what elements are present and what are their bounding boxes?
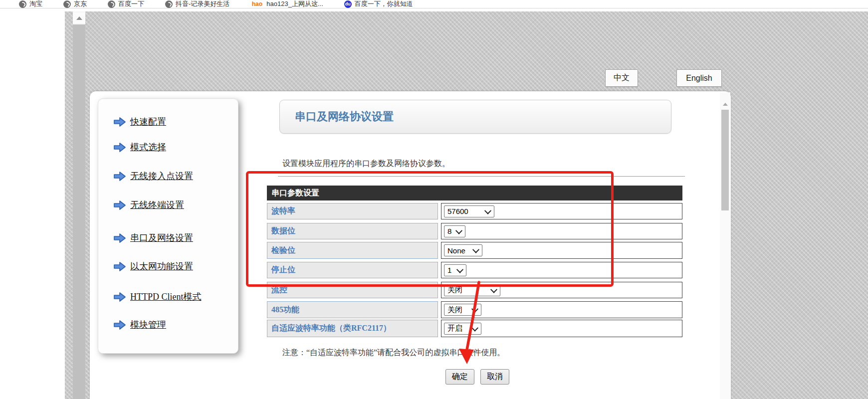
sidebar-item-wireless-sta[interactable]: 无线终端设置 <box>113 199 184 211</box>
panel-scrollbar[interactable] <box>720 92 730 399</box>
table-row-485: 485功能 关闭 <box>267 301 682 318</box>
select-value: 57600 <box>447 207 468 215</box>
chevron-down-icon <box>471 306 478 313</box>
table-row-adaptive-baud: 自适应波特率功能（类RFC2117） 开启 <box>267 320 682 337</box>
table-row-stopbits: 停止位 1 <box>267 262 682 278</box>
divider <box>278 176 685 177</box>
blue-arrow-icon <box>113 292 126 302</box>
row-label: 自适应波特率功能（类RFC2117） <box>267 320 438 337</box>
sidebar-item-httpd-client[interactable]: HTTPD Client模式 <box>113 290 202 303</box>
cancel-button[interactable]: 取消 <box>480 369 509 385</box>
baudrate-select[interactable]: 57600 <box>444 205 494 217</box>
sidebar-item-label: 无线接入点设置 <box>130 170 193 182</box>
bookmark-item[interactable]: 抖音-记录美好生活 <box>165 0 229 8</box>
sidebar-item-label: 模式选择 <box>130 141 166 153</box>
bookmark-label: hao123_上网从这... <box>266 0 323 8</box>
sidebar-item-label: 串口及网络设置 <box>130 232 193 244</box>
row-value-cell: 关闭 <box>441 282 682 298</box>
chevron-down-icon <box>472 246 479 253</box>
page-description: 设置模块应用程序的串口参数及网络协议参数。 <box>282 159 450 169</box>
bookmark-favicon <box>165 0 173 8</box>
sidebar-item-module-manage[interactable]: 模块管理 <box>113 318 166 331</box>
chevron-down-icon <box>484 207 491 214</box>
sidebar-item-label: 快速配置 <box>130 116 166 128</box>
select-value: 关闭 <box>447 305 462 315</box>
table-row-parity: 检验位 None <box>267 242 682 259</box>
row-value-cell: 57600 <box>441 203 682 219</box>
row-label: 数据位 <box>267 223 438 239</box>
adaptive-baud-select[interactable]: 开启 <box>444 323 481 335</box>
serial-param-table: 串口参数设置 波特率 57600 数据位 8 检验位 <box>267 186 682 337</box>
row-value-cell: 1 <box>441 262 682 278</box>
row-value-cell: 关闭 <box>441 301 682 318</box>
sidebar-item-label: 无线终端设置 <box>130 199 184 211</box>
select-value: 开启 <box>447 324 462 333</box>
blue-arrow-icon <box>113 320 126 330</box>
bookmark-label: 京东 <box>74 0 87 8</box>
scroll-up-button[interactable] <box>720 100 730 109</box>
select-value: None <box>447 246 465 255</box>
bookmark-label: 百度一下 <box>118 0 144 8</box>
row-label: 停止位 <box>267 262 438 278</box>
select-value: 1 <box>447 266 451 274</box>
parity-select[interactable]: None <box>444 244 482 256</box>
sidebar-item-mode-select[interactable]: 模式选择 <box>113 141 166 154</box>
blue-arrow-icon <box>113 261 126 272</box>
ok-button[interactable]: 确定 <box>445 369 474 385</box>
row-label: 波特率 <box>267 203 438 219</box>
sidebar-nav: 快速配置 模式选择 无线接入点设置 无线终端设置 串口及网络设置 以太网功能设置… <box>98 98 238 354</box>
bookmark-label: 淘宝 <box>29 0 42 8</box>
bookmark-item[interactable]: 京东 <box>63 0 87 8</box>
bookmark-item[interactable]: hao123_上网从这... <box>250 0 323 8</box>
chevron-down-icon <box>490 286 497 293</box>
sidebar-item-ethernet[interactable]: 以太网功能设置 <box>113 260 193 273</box>
table-header: 串口参数设置 <box>267 186 682 200</box>
sidebar-item-serial-network[interactable]: 串口及网络设置 <box>113 231 193 244</box>
language-chinese-button[interactable]: 中文 <box>605 69 638 87</box>
left-scrollbar[interactable] <box>73 11 85 399</box>
stopbits-select[interactable]: 1 <box>444 264 466 276</box>
sidebar-item-quick-config[interactable]: 快速配置 <box>113 115 166 128</box>
select-value: 8 <box>447 227 451 235</box>
blue-arrow-icon <box>113 142 126 153</box>
row-value-cell: 开启 <box>441 320 682 337</box>
row-value-cell: 8 <box>441 223 682 239</box>
row-value-cell: None <box>441 242 682 259</box>
sidebar-item-label: 以太网功能设置 <box>130 260 193 272</box>
rs485-select[interactable]: 关闭 <box>444 304 481 316</box>
baidu-favicon <box>344 0 352 8</box>
usage-note: 注意：“自适应波特率功能”请配合我公司的虚拟串口软件使用。 <box>282 348 505 358</box>
databits-select[interactable]: 8 <box>444 225 465 237</box>
bookmark-favicon <box>63 0 71 8</box>
page-title: 串口及网络协议设置 <box>295 109 394 124</box>
page-title-panel: 串口及网络协议设置 <box>279 100 671 134</box>
sidebar-item-wireless-ap[interactable]: 无线接入点设置 <box>113 170 193 183</box>
scrollbar-thumb[interactable] <box>73 24 85 399</box>
scroll-up-button[interactable] <box>73 12 85 23</box>
screen: 淘宝 京东 百度一下 抖音-记录美好生活 hao123_上网从这... 百度一下… <box>0 0 868 399</box>
chevron-down-icon <box>455 227 462 234</box>
bookmark-item[interactable]: 百度一下，你就知道 <box>344 0 413 8</box>
blue-arrow-icon <box>113 200 126 210</box>
bookmark-label: 抖音-记录美好生活 <box>176 0 229 8</box>
bookmark-item[interactable]: 淘宝 <box>19 0 42 8</box>
blue-arrow-icon <box>113 233 126 243</box>
arrow-up-icon <box>76 16 82 20</box>
chevron-down-icon <box>456 266 463 273</box>
table-row-baudrate: 波特率 57600 <box>267 203 682 219</box>
sidebar-item-label: HTTPD Client模式 <box>130 291 202 303</box>
bookmark-label: 百度一下，你就知道 <box>355 0 413 8</box>
arrow-up-icon <box>723 103 728 106</box>
chevron-down-icon <box>471 324 478 331</box>
table-row-databits: 数据位 8 <box>267 223 682 239</box>
bookmark-favicon <box>19 0 26 8</box>
bookmark-favicon <box>108 0 115 8</box>
sidebar-item-label: 模块管理 <box>130 319 166 331</box>
table-row-flowctrl: 流控 关闭 <box>267 282 682 298</box>
flowctrl-select[interactable]: 关闭 <box>444 284 500 296</box>
bookmark-item[interactable]: 百度一下 <box>108 0 144 8</box>
select-value: 关闭 <box>447 285 462 295</box>
blue-arrow-icon <box>113 171 126 182</box>
scrollbar-thumb[interactable] <box>721 110 729 210</box>
language-english-button[interactable]: English <box>676 69 722 87</box>
